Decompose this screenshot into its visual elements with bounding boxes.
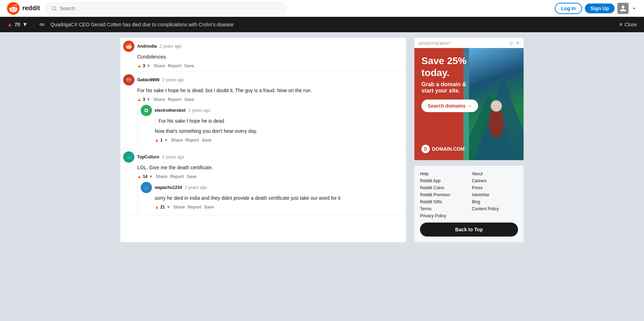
table-row: Andriodia 2 years ago Condolences. ▲ 3 ▼… (120, 38, 406, 71)
share-button[interactable]: Share (153, 63, 165, 68)
post-title: QuadrigaCX CEO Gerald Cotten has died du… (50, 22, 613, 27)
downvote-mini-button[interactable]: ▼ (149, 174, 153, 179)
share-button[interactable]: Share (156, 174, 167, 179)
vote-number: 3 (143, 97, 145, 102)
comment-time: 2 years ago (160, 44, 182, 49)
upvote-mini-button[interactable]: ▲ (155, 205, 159, 210)
save-button[interactable]: Save (187, 174, 196, 179)
footer-link-reddit-premium[interactable]: Reddit Premium (420, 192, 466, 197)
upvote-mini-button[interactable]: ▲ (155, 138, 159, 143)
vote-number: 3 (143, 63, 145, 68)
report-button[interactable]: Report (168, 97, 182, 102)
footer-link-help[interactable]: Help (420, 171, 466, 176)
header: reddit Log In Sign Up (0, 0, 644, 17)
ad-brand-text: DOMAIN.COM (432, 146, 464, 152)
footer-link-blog[interactable]: Blog (472, 199, 518, 204)
search-input[interactable] (59, 6, 281, 11)
upvote-mini-button[interactable]: ▲ (137, 97, 141, 102)
report-button[interactable]: Report (168, 63, 182, 68)
downvote-mini-button[interactable]: ▼ (164, 138, 168, 143)
ad-close-icon[interactable]: ✕ (516, 41, 520, 47)
downvote-button[interactable]: ▼ (22, 21, 28, 28)
footer-link-careers[interactable]: Careers (472, 178, 518, 183)
svg-point-4 (126, 77, 132, 83)
close-x-icon: ✕ (619, 22, 623, 27)
report-button[interactable]: Report (170, 174, 184, 179)
upvote-mini-button[interactable]: ▲ (137, 63, 141, 68)
search-bar[interactable] (46, 2, 287, 15)
save-button[interactable]: Save (184, 97, 194, 102)
ad-label-text: ADVERTISEMENT (419, 42, 450, 46)
share-button[interactable]: Share (173, 205, 185, 210)
save-button[interactable]: Save (202, 138, 212, 143)
comment-username[interactable]: electrotherobot (155, 108, 186, 113)
footer-link-reddit-coins[interactable]: Reddit Coins (420, 185, 466, 190)
footer-link-advertise[interactable]: Advertise (472, 192, 518, 197)
comment-actions: ▲ 3 ▼ Share Report Save (137, 97, 403, 102)
downvote-mini-button[interactable]: ▼ (147, 97, 151, 102)
avatar (123, 151, 134, 163)
comment-header: TopCulture 2 years ago (123, 151, 403, 163)
footer-link-privacy-policy[interactable]: Privacy Policy (420, 213, 466, 218)
vote-number: 1 (160, 138, 163, 143)
vote-count: 70 (15, 22, 20, 27)
report-button[interactable]: Report (186, 138, 199, 143)
footer-link-reddit-gifts[interactable]: Reddit Gifts (420, 199, 466, 204)
ad-subtext: Grab a domain &start your site. (421, 81, 517, 94)
vote-mini: ▲ 21 ▼ (155, 205, 170, 210)
vote-number: 14 (143, 174, 147, 179)
upvote-mini-button[interactable]: ▲ (137, 174, 141, 179)
footer-link-about[interactable]: About (472, 171, 518, 176)
footer-link-press[interactable]: Press (472, 185, 518, 190)
ad-text-block: Save 25%today. Grab a domain &start your… (421, 55, 517, 112)
comment-time: 2 years ago (162, 77, 184, 82)
ad-label: ADVERTISEMENT ⓘ ✕ (414, 38, 524, 48)
avatar (141, 182, 152, 193)
comment-header: wapachu1234 2 years ago (141, 182, 400, 193)
divider (33, 21, 34, 28)
footer-links: Help About Reddit App Careers Reddit Coi… (414, 166, 524, 242)
nested-comment-container: wapachu1234 2 years ago sorry he died in… (137, 179, 403, 212)
comment-body: sorry he died in india and they didnt pr… (155, 194, 400, 202)
logo[interactable]: reddit (7, 2, 40, 15)
close-label: Close (624, 22, 637, 27)
comment-username[interactable]: TopCulture (137, 155, 159, 159)
footer-link-terms[interactable]: Terms (420, 206, 466, 211)
vote-number: 21 (160, 205, 165, 210)
comment-actions: ▲ 3 ▼ Share Report Save (137, 63, 403, 68)
save-button[interactable]: Save (184, 63, 194, 68)
ad-cta-button[interactable]: Search domains → (421, 100, 478, 112)
avatar (123, 41, 134, 52)
comment-header: Andriodia 2 years ago (123, 41, 403, 52)
share-button[interactable]: Share (171, 138, 182, 143)
comment-body: For his sake I hope he is dead, but I do… (137, 87, 403, 94)
signup-button[interactable]: Sign Up (585, 4, 615, 13)
chevron-down-icon[interactable] (631, 6, 637, 11)
save-button[interactable]: Save (204, 205, 214, 210)
login-button[interactable]: Log In (555, 3, 582, 14)
table-row: wapachu1234 2 years ago sorry he died in… (141, 179, 403, 212)
downvote-mini-button[interactable]: ▼ (147, 63, 151, 68)
close-notification-button[interactable]: ✕ Close (619, 22, 637, 27)
user-menu-button[interactable] (617, 3, 629, 14)
comment-username[interactable]: wapachu1234 (155, 185, 182, 190)
comment-header: electrotherobot 2 years ago (141, 105, 400, 116)
comment-time: 2 years ago (162, 155, 184, 159)
downvote-mini-button[interactable]: ▼ (166, 205, 170, 210)
upvote-button[interactable]: ▲ (7, 21, 13, 28)
comment-body: Condolences. (137, 53, 403, 61)
footer-link-reddit-app[interactable]: Reddit App (420, 178, 466, 183)
vote-mini: ▲ 1 ▼ (155, 138, 168, 143)
vote-mini: ▲ 14 ▼ (137, 174, 153, 179)
svg-point-7 (127, 79, 128, 80)
table-row: Gekko9999 2 years ago For his sake I hop… (120, 71, 406, 149)
report-button[interactable]: Report (188, 205, 202, 210)
footer-link-content-policy[interactable]: Content Policy (472, 206, 518, 211)
back-to-top-button[interactable]: Back to Top (420, 223, 518, 237)
ad-brand-icon: D (421, 145, 430, 153)
ad-info-icon[interactable]: ⓘ (509, 41, 514, 47)
comment-username[interactable]: Gekko9999 (137, 77, 159, 82)
share-button[interactable]: Share (153, 97, 165, 102)
vote-mini: ▲ 3 ▼ (137, 63, 150, 68)
comment-username[interactable]: Andriodia (137, 44, 157, 49)
